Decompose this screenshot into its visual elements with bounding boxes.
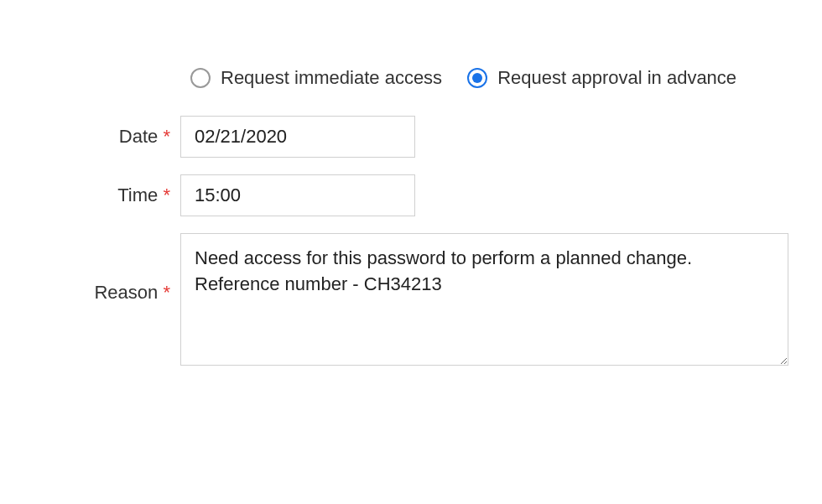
time-label-text: Time (117, 184, 158, 205)
reason-textarea[interactable] (180, 233, 788, 366)
radio-approval-advance-label[interactable]: Request approval in advance (497, 67, 736, 89)
access-request-form: Request immediate access Request approva… (34, 67, 788, 366)
date-row: Date * (34, 116, 788, 158)
radio-immediate-access-label[interactable]: Request immediate access (221, 67, 442, 89)
request-type-radio-group: Request immediate access Request approva… (190, 67, 788, 89)
reason-label-text: Reason (94, 282, 158, 303)
required-marker: * (163, 282, 170, 303)
required-marker: * (163, 126, 170, 147)
reason-row: Reason * (34, 233, 788, 366)
required-marker: * (163, 184, 170, 205)
time-row: Time * (34, 174, 788, 216)
reason-label: Reason * (34, 233, 180, 304)
radio-approval-advance[interactable] (467, 68, 487, 88)
date-input[interactable] (180, 116, 415, 158)
radio-immediate-access[interactable] (190, 68, 211, 88)
time-label: Time * (34, 184, 180, 206)
date-label-text: Date (119, 126, 158, 147)
time-input[interactable] (180, 174, 415, 216)
date-label: Date * (34, 126, 180, 148)
